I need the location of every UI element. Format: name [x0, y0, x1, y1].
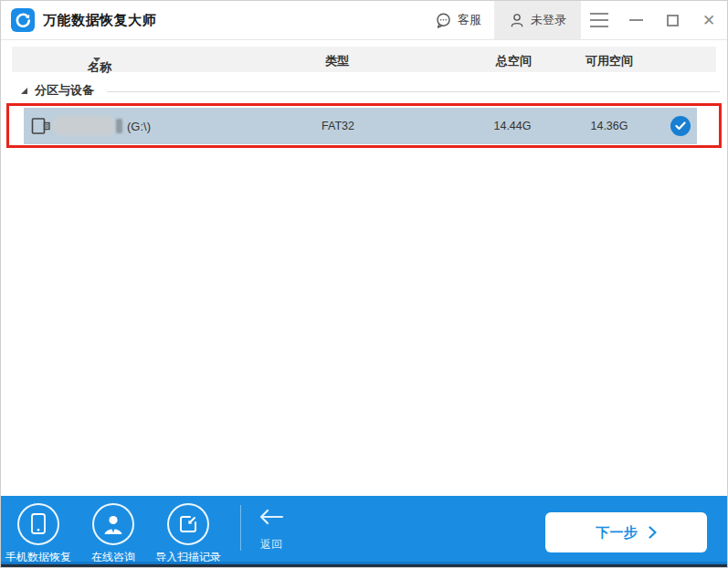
drive-letter-label: (G:\) [127, 120, 151, 133]
toolbar-actions: 手机数据恢复 在线咨询 [1, 500, 226, 565]
column-header-free: 可用空间 [586, 53, 633, 69]
device-row-g-drive[interactable]: (G:\) FAT32 14.44G 14.36G [24, 108, 697, 144]
consult-person-icon [92, 503, 134, 545]
close-button[interactable]: ✕ [691, 1, 727, 39]
minimize-icon [629, 19, 643, 21]
section-divider [107, 91, 720, 92]
chat-bubble-icon [435, 12, 452, 29]
app-window: 万能数据恢复大师 客服 未登录 [0, 0, 728, 568]
login-button[interactable]: 未登录 [494, 1, 581, 39]
bottom-toolbar: 手机数据恢复 在线咨询 [1, 496, 727, 567]
removable-drive-icon [31, 117, 51, 135]
column-header-name-label: 名称 [88, 59, 111, 76]
user-icon [509, 12, 525, 28]
cell-free-space: 14.36G [582, 120, 637, 132]
column-header-type: 类型 [325, 53, 349, 69]
column-header-name[interactable]: 名称 [88, 53, 100, 67]
minimize-button[interactable] [617, 1, 654, 39]
back-button[interactable]: 返回 [251, 509, 291, 552]
redacted-drive-name [52, 116, 116, 136]
support-button[interactable]: 客服 [422, 1, 494, 39]
check-icon [675, 121, 686, 131]
window-bottom-edge [1, 562, 727, 567]
next-step-button[interactable]: 下一步 [545, 512, 707, 552]
titlebar: 万能数据恢复大师 客服 未登录 [1, 1, 727, 40]
menu-button[interactable] [581, 1, 617, 39]
cell-total-space: 14.44G [485, 120, 540, 132]
back-label: 返回 [260, 537, 282, 552]
action-online-consult[interactable]: 在线咨询 [76, 500, 151, 565]
back-arrow-icon [258, 509, 284, 525]
close-icon: ✕ [702, 13, 715, 28]
maximize-button[interactable] [654, 1, 691, 39]
import-icon [167, 503, 209, 545]
action-phone-recovery[interactable]: 手机数据恢复 [1, 500, 76, 565]
table-header: 名称 类型 总空间 可用空间 [12, 47, 716, 72]
maximize-icon [667, 15, 679, 26]
login-label: 未登录 [531, 12, 566, 28]
next-step-label: 下一步 [596, 524, 638, 542]
next-chevron-icon [649, 526, 657, 539]
hamburger-menu-icon [590, 13, 608, 27]
redacted-drive-name-fragment [116, 119, 122, 133]
section-collapse-icon [21, 88, 27, 94]
app-logo-icon [11, 8, 35, 32]
toolbar-divider [240, 505, 241, 551]
action-import-scan-record[interactable]: 导入扫描记录 [151, 500, 226, 565]
section-partitions-devices[interactable]: 分区与设备 [12, 82, 720, 99]
support-label: 客服 [458, 12, 481, 28]
section-label: 分区与设备 [35, 82, 94, 99]
phone-icon [17, 503, 59, 545]
cell-filesystem-type: FAT32 [316, 120, 360, 132]
row-selected-checkbox[interactable] [670, 116, 691, 136]
column-header-total: 总空间 [496, 53, 532, 69]
app-title: 万能数据恢复大师 [43, 12, 156, 29]
